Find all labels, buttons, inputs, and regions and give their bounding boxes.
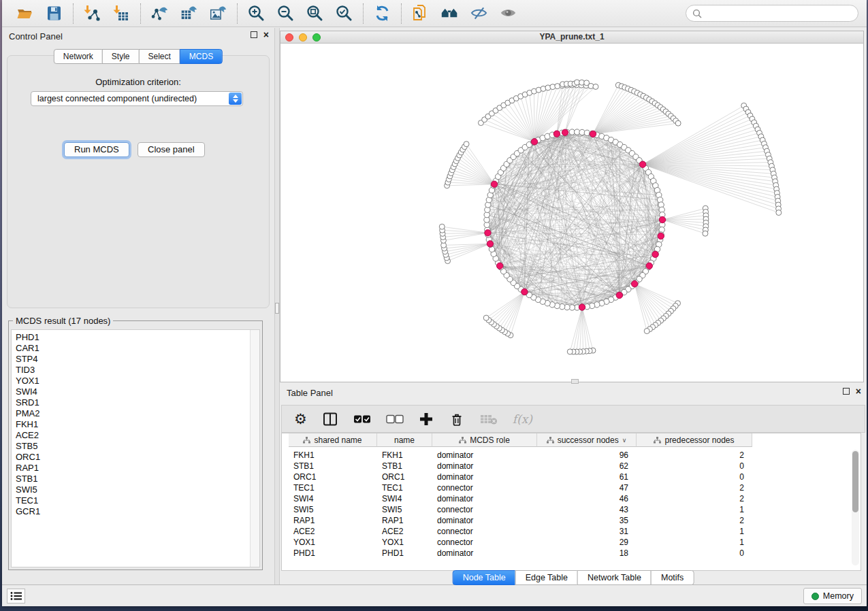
table-row[interactable]: FKH1FKH1dominator962 <box>282 450 752 461</box>
table-row[interactable]: PHD1PHD1dominator180 <box>282 548 752 559</box>
network-canvas[interactable] <box>280 44 863 382</box>
zoom-out-icon[interactable] <box>276 4 295 22</box>
deselect-all-icon[interactable] <box>386 410 404 428</box>
task-list-icon <box>10 591 22 601</box>
column-label: predecessor nodes <box>664 435 734 445</box>
run-mcds-button[interactable]: Run MCDS <box>64 142 129 157</box>
memory-button[interactable]: Memory <box>803 588 862 604</box>
column-header-predecessor-nodes[interactable]: predecessor nodes <box>637 433 752 447</box>
cell: PHD1 <box>377 548 432 559</box>
column-header-shared-name[interactable]: shared name <box>289 433 377 447</box>
control-panel-header: Control Panel × <box>2 28 274 44</box>
import-table-icon[interactable] <box>112 4 131 22</box>
show-column-icon[interactable] <box>322 410 338 428</box>
add-column-icon[interactable] <box>419 410 434 428</box>
table-row[interactable]: SWI5SWI5connector431 <box>282 504 752 515</box>
zoom-selected-icon[interactable] <box>335 4 353 22</box>
close-window-icon[interactable] <box>285 33 293 42</box>
save-session-icon[interactable] <box>45 4 63 22</box>
table-row[interactable]: TEC1TEC1connector472 <box>282 482 752 493</box>
cell: ACE2 <box>289 526 377 537</box>
column-label: MCDS role <box>470 435 510 445</box>
refresh-layout-icon[interactable] <box>373 4 391 22</box>
mcds-result-item: YOX1 <box>12 376 259 386</box>
criterion-dropdown[interactable]: largest connected component (undirected) <box>31 91 243 106</box>
column-header-MCDS-role[interactable]: MCDS role <box>432 433 537 447</box>
mcds-result-item: SWI5 <box>12 484 259 495</box>
splitter-handle[interactable] <box>275 303 279 314</box>
maximize-window-icon[interactable] <box>312 33 321 42</box>
vertical-splitter[interactable] <box>274 28 280 584</box>
cell: 0 <box>637 461 752 472</box>
cell: dominator <box>432 515 537 526</box>
sort-desc-icon: ∨ <box>622 437 627 444</box>
column-header-name[interactable]: name <box>377 433 432 447</box>
table-row[interactable]: ACE2ACE2connector311 <box>282 526 752 537</box>
export-network-icon[interactable] <box>150 4 169 22</box>
float-panel-icon[interactable] <box>843 388 850 395</box>
mcds-result-item: PHD1 <box>12 332 259 343</box>
float-panel-icon[interactable] <box>251 31 257 38</box>
task-history-button[interactable] <box>7 589 25 604</box>
import-group <box>74 4 140 22</box>
cell: TEC1 <box>289 482 377 493</box>
search-box[interactable] <box>686 5 858 22</box>
tab-edge-table[interactable]: Edge Table <box>515 570 578 585</box>
table-scrollbar[interactable] <box>852 450 859 565</box>
hierarchy-icon <box>547 437 554 444</box>
tab-network[interactable]: Network <box>54 49 103 64</box>
refresh-group <box>364 4 401 22</box>
cell: 2 <box>637 450 752 461</box>
search-input[interactable] <box>705 9 852 18</box>
tab-style[interactable]: Style <box>102 49 140 64</box>
mcds-result-item: ACE2 <box>12 430 259 441</box>
zoom-in-icon[interactable] <box>247 4 266 22</box>
mcds-result-item: STP4 <box>12 354 259 365</box>
hierarchy-icon <box>303 437 310 444</box>
hide-details-icon[interactable] <box>470 4 488 22</box>
table-row[interactable]: SWI4SWI4dominator462 <box>282 493 752 504</box>
delete-column-icon[interactable] <box>449 410 465 428</box>
show-details-icon[interactable] <box>499 4 517 22</box>
column-label: name <box>394 435 415 445</box>
hierarchy-icon <box>459 437 466 444</box>
cell: 2 <box>637 482 752 493</box>
right-column: YPA_prune.txt_1 Table Panel × ⚙ <box>280 28 867 584</box>
minimize-window-icon[interactable] <box>299 33 307 42</box>
tab-network-table[interactable]: Network Table <box>577 570 652 585</box>
column-header-successor-nodes[interactable]: successor nodes∨ <box>537 433 637 447</box>
mcds-result-list[interactable]: PHD1CAR1STP4TID3YOX1SWI4SRD1PMA2FKH1ACE2… <box>11 329 260 567</box>
search-binoculars-icon[interactable] <box>440 4 459 22</box>
mcds-list-scrollbar[interactable] <box>250 330 259 567</box>
horizontal-splitter-handle[interactable] <box>571 379 579 384</box>
network-view-window: YPA_prune.txt_1 <box>280 31 864 382</box>
tab-node-table[interactable]: Node Table <box>453 570 516 585</box>
tab-select[interactable]: Select <box>139 49 180 64</box>
cell: dominator <box>432 461 537 472</box>
import-network-icon[interactable] <box>83 4 101 22</box>
export-image-icon[interactable] <box>209 4 227 22</box>
table-row[interactable]: YOX1YOX1connector291 <box>282 537 752 548</box>
table-row[interactable]: ORC1ORC1dominator610 <box>282 472 752 482</box>
memory-label: Memory <box>823 591 854 601</box>
open-file-icon[interactable] <box>16 4 34 22</box>
tab-motifs[interactable]: Motifs <box>651 570 694 585</box>
tab-mcds[interactable]: MCDS <box>180 49 223 64</box>
close-panel-icon[interactable]: × <box>856 388 861 395</box>
search-icon <box>692 9 702 18</box>
cell: 18 <box>537 548 637 559</box>
export-table-icon[interactable] <box>180 4 198 22</box>
network-file-icon[interactable] <box>411 4 430 22</box>
table-row[interactable]: RAP1RAP1dominator352 <box>282 515 752 526</box>
table-scrollbar-thumb[interactable] <box>852 451 858 512</box>
zoom-fit-icon[interactable] <box>306 4 324 22</box>
close-panel-icon[interactable]: × <box>263 31 269 38</box>
close-panel-button[interactable]: Close panel <box>138 142 205 157</box>
select-all-icon[interactable] <box>353 410 371 428</box>
table-row[interactable]: STB1STB1dominator620 <box>282 461 752 472</box>
table-panel-title: Table Panel <box>287 388 333 398</box>
cell: 62 <box>537 461 637 472</box>
mcds-result-item: PMA2 <box>12 408 259 419</box>
control-panel-tabs: NetworkStyleSelectMCDS <box>54 49 223 64</box>
table-settings-icon[interactable]: ⚙ <box>294 410 307 428</box>
